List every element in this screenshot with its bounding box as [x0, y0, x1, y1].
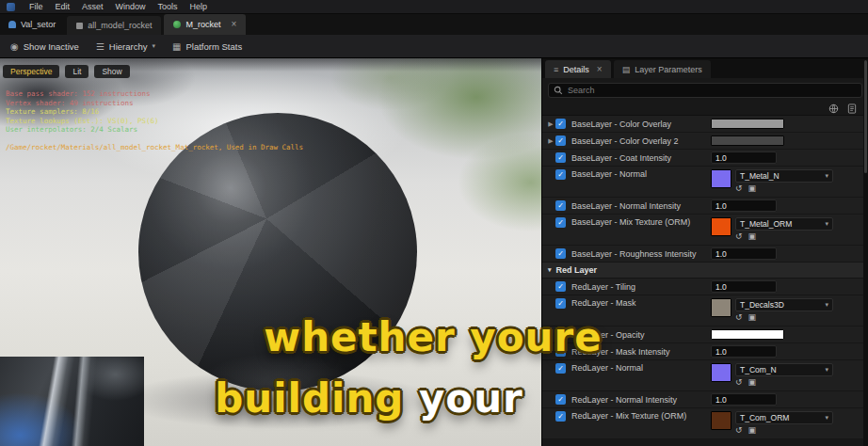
toolbar-show-inactive[interactable]: ◉Show Inactive	[10, 41, 79, 52]
param-row[interactable]: ✓RedLayer - Mix Texture (ORM)T_Com_ORM▾↺…	[542, 408, 863, 439]
color-swatch[interactable]	[711, 135, 784, 146]
menu-window[interactable]: Window	[116, 2, 146, 11]
scrollbar-thumb[interactable]	[864, 60, 867, 173]
param-checkbox[interactable]: ✓	[555, 394, 566, 405]
param-checkbox[interactable]: ✓	[555, 119, 566, 129]
texture-thumbnail[interactable]	[711, 411, 731, 430]
caret-down-icon: ▾	[548, 266, 552, 274]
texture-name: T_Metal_N	[740, 171, 780, 181]
menu-tools[interactable]: Tools	[158, 2, 178, 11]
param-value: T_Decals3D▾↺▣	[711, 298, 861, 322]
param-value: T_Metal_N▾↺▣	[711, 169, 861, 193]
texture-dropdown[interactable]: T_Com_N▾	[735, 363, 833, 376]
user-icon	[8, 21, 16, 28]
toolbar-platform-stats[interactable]: ▦Platform Stats	[172, 41, 242, 52]
app-logo-icon	[7, 3, 15, 11]
param-checkbox[interactable]: ✓	[555, 135, 566, 146]
panel-tab-layer-parameters[interactable]: ▤Layer Parameters	[614, 60, 711, 78]
param-row[interactable]: ▶✓BaseLayer - Color Overlay	[542, 116, 863, 133]
number-field[interactable]: 1.0	[711, 280, 777, 293]
browse-icon[interactable]: ▣	[748, 312, 757, 322]
texture-dropdown[interactable]: T_Com_ORM▾	[735, 411, 833, 424]
panel-scrollbar[interactable]	[863, 58, 868, 446]
close-icon[interactable]: ×	[231, 20, 236, 29]
param-label: BaseLayer - Normal	[571, 169, 711, 179]
expander-icon[interactable]: ▶	[546, 120, 555, 128]
reset-icon[interactable]: ↺	[735, 377, 743, 387]
menu-asset[interactable]: Asset	[82, 2, 104, 11]
texture-thumbnail[interactable]	[711, 217, 731, 236]
browse-icon[interactable]: ▣	[748, 377, 757, 387]
globe-icon[interactable]	[828, 104, 839, 114]
number-field[interactable]: 1.0	[711, 393, 777, 406]
caption-text-yellow: building	[215, 375, 419, 422]
number-field[interactable]: 1.0	[711, 151, 777, 164]
panel-tab-details[interactable]: ≡Details×	[545, 60, 611, 78]
viewport-perspective-button[interactable]: Perspective	[3, 65, 59, 78]
caption-text-white: your	[419, 375, 523, 422]
search-input[interactable]	[568, 86, 857, 95]
number-field[interactable]: 1.0	[711, 199, 777, 212]
param-row[interactable]: ✓RedLayer - Tiling1.0	[542, 279, 863, 295]
toolbar-button-label: Hierarchy	[109, 41, 148, 52]
reset-icon[interactable]: ↺	[735, 231, 743, 241]
param-checkbox[interactable]: ✓	[555, 363, 566, 374]
param-row[interactable]: ✓RedLayer - Normal Intensity1.0	[542, 391, 863, 408]
toolbar-hierarchy[interactable]: ☰Hierarchy▾	[96, 41, 155, 52]
number-field[interactable]: 1.0	[711, 247, 777, 260]
browse-icon[interactable]: ▣	[748, 183, 757, 193]
tab-all_model_rocket[interactable]: all_model_rocket	[67, 16, 161, 35]
toolbar-button-label: Platform Stats	[185, 41, 242, 52]
tab-M_rocket[interactable]: M_rocket×	[164, 14, 246, 35]
param-checkbox[interactable]: ✓	[555, 281, 566, 292]
texture-widget: T_Metal_ORM▾↺▣	[711, 217, 833, 241]
copy-icon[interactable]	[847, 104, 857, 114]
browse-icon[interactable]: ▣	[748, 425, 757, 435]
param-checkbox[interactable]: ✓	[555, 152, 566, 163]
texture-thumbnail[interactable]	[711, 363, 731, 382]
number-field[interactable]: 1.0	[711, 345, 777, 358]
texture-dropdown[interactable]: T_Metal_ORM▾	[735, 217, 833, 231]
texture-dropdown[interactable]: T_Decals3D▾	[735, 298, 833, 311]
param-row[interactable]: ✓BaseLayer - Mix Texture (ORM)T_Metal_OR…	[542, 215, 863, 246]
texture-dropdown[interactable]: T_Metal_N▾	[735, 169, 833, 183]
param-checkbox[interactable]: ✓	[555, 298, 566, 309]
caret-down-icon: ▾	[153, 42, 156, 50]
texture-thumbnail[interactable]	[711, 298, 731, 317]
reset-icon[interactable]: ↺	[735, 425, 743, 435]
panel-action-row	[542, 102, 868, 116]
texture-thumbnail[interactable]	[711, 169, 731, 188]
viewport-lit-button[interactable]: Lit	[65, 65, 88, 78]
param-row[interactable]: ✓BaseLayer - Roughness Intensity1.0	[542, 246, 863, 263]
tab-label: all_model_rocket	[88, 21, 152, 30]
param-checkbox[interactable]: ✓	[555, 169, 566, 180]
expander-icon[interactable]: ▶	[546, 137, 555, 145]
stat-line: Base pass shader: 152 instructions	[6, 89, 303, 99]
param-checkbox[interactable]: ✓	[555, 248, 566, 259]
viewport-show-button[interactable]: Show	[94, 65, 129, 78]
menu-file[interactable]: File	[29, 2, 43, 11]
color-swatch[interactable]	[711, 329, 784, 340]
param-row[interactable]: ✓BaseLayer - Coat Intensity1.0	[542, 150, 863, 167]
param-row[interactable]: ✓BaseLayer - NormalT_Metal_N▾↺▣	[542, 167, 863, 198]
reset-icon[interactable]: ↺	[735, 312, 743, 322]
param-label: RedLayer - Mix Texture (ORM)	[571, 411, 711, 421]
menu-help[interactable]: Help	[190, 2, 208, 11]
search-bar[interactable]	[548, 83, 862, 98]
app-chip[interactable]: Val_setor	[0, 14, 64, 35]
param-row[interactable]: ✓BaseLayer - Normal Intensity1.0	[542, 198, 863, 215]
param-checkbox[interactable]: ✓	[555, 217, 566, 228]
param-checkbox[interactable]: ✓	[555, 411, 566, 422]
texture-name: T_Com_ORM	[740, 413, 789, 422]
param-checkbox[interactable]: ✓	[555, 200, 566, 211]
browse-icon[interactable]: ▣	[748, 231, 757, 241]
color-swatch[interactable]	[711, 119, 784, 129]
param-row[interactable]: ▶✓BaseLayer - Color Overlay 2	[542, 133, 863, 150]
caret-down-icon: ▾	[825, 172, 828, 180]
menu-edit[interactable]: Edit	[56, 2, 71, 11]
param-section[interactable]: ▾Red Layer	[542, 263, 863, 279]
close-icon[interactable]: ×	[597, 65, 603, 74]
stat-line: User interpolators: 2/4 Scalars	[6, 125, 303, 135]
reset-icon[interactable]: ↺	[735, 183, 743, 193]
param-row[interactable]: ✓RedLayer - NormalT_Com_N▾↺▣	[542, 360, 863, 391]
